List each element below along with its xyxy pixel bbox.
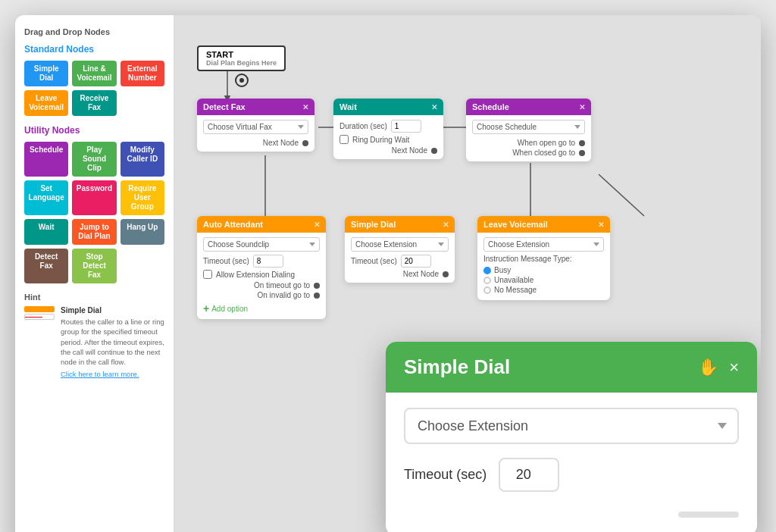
node-chip-line-voicemail[interactable]: Line & Voicemail bbox=[72, 61, 116, 86]
leave-voicemail-body: Choose Extension Instruction Message Typ… bbox=[477, 233, 610, 300]
schedule-header: Schedule ✕ bbox=[466, 99, 591, 115]
schedule-open-label: When open go to bbox=[518, 139, 575, 147]
schedule-body: Choose Schedule When open go to When clo… bbox=[466, 115, 591, 161]
auto-attendant-timeout-input[interactable] bbox=[253, 255, 283, 268]
detect-fax-next-label: Next Node bbox=[263, 139, 299, 147]
hint-title: Hint bbox=[24, 293, 164, 302]
schedule-closed-row: When closed go to bbox=[472, 149, 585, 157]
popup-body: Choose Extension Timeout (sec) bbox=[386, 393, 757, 532]
popup-timeout-row: Timeout (sec) bbox=[404, 458, 739, 492]
auto-attendant-node: Auto Attendant ✕ Choose Soundclip Timeou… bbox=[197, 216, 326, 319]
simple-dial-small-timeout-input[interactable] bbox=[401, 255, 431, 268]
node-chip-password[interactable]: Password bbox=[72, 180, 116, 215]
radio-no-message-icon bbox=[483, 286, 491, 294]
hint-bar-orange bbox=[24, 306, 55, 312]
hint-section: Hint Simple Dial Routes the caller to a … bbox=[24, 293, 164, 378]
popup-header: Simple Dial ✋ × bbox=[386, 342, 757, 393]
node-chip-receive-fax[interactable]: Receive Fax bbox=[72, 90, 116, 116]
auto-attendant-select[interactable]: Choose Soundclip bbox=[203, 237, 320, 252]
popup-title: Simple Dial bbox=[404, 355, 510, 379]
utility-nodes-grid: Schedule Play Sound Clip Modify Caller I… bbox=[24, 142, 164, 283]
simple-dial-small-body: Choose Extension Timeout (sec) Next Node bbox=[345, 233, 455, 283]
detect-fax-next-row: Next Node bbox=[203, 139, 308, 147]
detect-fax-select[interactable]: Choose Virtual Fax bbox=[203, 120, 308, 134]
canvas-area[interactable]: START Dial Plan Begins Here Detect Fax ✕… bbox=[174, 15, 761, 532]
drag-handle-icon[interactable]: ✋ bbox=[698, 358, 718, 377]
wait-node: Wait ✕ Duration (sec) Ring During Wait N… bbox=[333, 99, 443, 159]
popup-timeout-input[interactable] bbox=[499, 458, 559, 492]
auto-attendant-timeout-label: Timeout (sec) bbox=[203, 257, 249, 265]
popup-footer bbox=[404, 505, 739, 518]
leave-voicemail-node: Leave Voicemail ✕ Choose Extension Instr… bbox=[477, 216, 610, 300]
utility-nodes-title: Utility Nodes bbox=[24, 125, 164, 136]
node-chip-hang-up[interactable]: Hang Up bbox=[120, 219, 164, 245]
node-chip-simple-dial[interactable]: Simple Dial bbox=[24, 61, 68, 86]
auto-attendant-title: Auto Attendant bbox=[203, 220, 263, 229]
schedule-open-dot bbox=[579, 140, 585, 146]
wait-body: Duration (sec) Ring During Wait Next Nod… bbox=[333, 115, 443, 159]
add-option-label: Add option bbox=[211, 305, 248, 313]
wait-close-icon[interactable]: ✕ bbox=[431, 103, 437, 111]
simple-dial-small-title: Simple Dial bbox=[351, 220, 396, 229]
popup-extension-row: Choose Extension bbox=[404, 408, 739, 444]
simple-dial-small-select[interactable]: Choose Extension bbox=[351, 237, 449, 252]
hint-link[interactable]: Click here to learn more. bbox=[61, 370, 164, 378]
node-chip-external-number[interactable]: External Number bbox=[120, 61, 164, 86]
node-chip-leave-voicemail[interactable]: Leave Voicemail bbox=[24, 90, 68, 116]
main-container: Drag and Drop Nodes Standard Nodes Simpl… bbox=[15, 15, 761, 532]
schedule-close-icon[interactable]: ✕ bbox=[579, 103, 585, 111]
simple-dial-small-next-label: Next Node bbox=[403, 270, 439, 278]
hint-bar-red-line bbox=[24, 314, 55, 320]
auto-attendant-close-icon[interactable]: ✕ bbox=[314, 221, 320, 229]
node-chip-wait[interactable]: Wait bbox=[24, 219, 68, 245]
start-circle bbox=[235, 74, 249, 87]
hint-node-label: Simple Dial bbox=[61, 306, 164, 315]
simple-dial-small-header: Simple Dial ✕ bbox=[345, 216, 455, 233]
node-chip-jump-to-dial-plan[interactable]: Jump to Dial Plan bbox=[72, 219, 116, 245]
leave-voicemail-radio-busy[interactable]: Busy bbox=[483, 266, 604, 274]
leave-voicemail-close-icon[interactable]: ✕ bbox=[598, 221, 604, 229]
wait-duration-input[interactable] bbox=[391, 120, 421, 133]
detect-fax-node: Detect Fax ✕ Choose Virtual Fax Next Nod… bbox=[197, 99, 314, 152]
node-chip-schedule[interactable]: Schedule bbox=[24, 142, 68, 177]
auto-attendant-invalid-goto-label: On invalid go to bbox=[258, 291, 311, 299]
auto-attendant-timeout-goto-label: On timeout go to bbox=[254, 281, 310, 289]
schedule-closed-dot bbox=[579, 150, 585, 156]
svg-line-4 bbox=[599, 174, 644, 216]
node-chip-stop-detect-fax[interactable]: Stop Detect Fax bbox=[72, 249, 116, 283]
simple-dial-small-close-icon[interactable]: ✕ bbox=[443, 221, 449, 229]
hint-icon-stack bbox=[24, 306, 55, 320]
leave-voicemail-select[interactable]: Choose Extension bbox=[483, 237, 604, 252]
schedule-node: Schedule ✕ Choose Schedule When open go … bbox=[466, 99, 591, 161]
popup-choose-extension-select[interactable]: Choose Extension bbox=[404, 408, 739, 444]
auto-attendant-add-option[interactable]: + Add option bbox=[203, 302, 320, 315]
auto-attendant-invalid-dot bbox=[314, 293, 320, 299]
node-chip-require-user-group[interactable]: Require User Group bbox=[120, 180, 164, 215]
wait-ring-label: Ring During Wait bbox=[352, 136, 409, 144]
auto-attendant-allow-row: Allow Extension Dialing bbox=[203, 270, 320, 279]
start-node: START Dial Plan Begins Here bbox=[197, 45, 286, 87]
leave-voicemail-radio-no-message[interactable]: No Message bbox=[483, 286, 604, 294]
wait-ring-checkbox[interactable] bbox=[340, 135, 349, 144]
popup-close-button[interactable]: × bbox=[729, 358, 739, 377]
node-chip-modify-caller-id[interactable]: Modify Caller ID bbox=[120, 142, 164, 177]
start-box: START Dial Plan Begins Here bbox=[197, 45, 286, 71]
hint-text-block: Simple Dial Routes the caller to a line … bbox=[61, 306, 164, 378]
simple-dial-small-timeout-label: Timeout (sec) bbox=[351, 257, 397, 265]
node-chip-set-language[interactable]: Set Language bbox=[24, 180, 68, 215]
simple-dial-small-node: Simple Dial ✕ Choose Extension Timeout (… bbox=[345, 216, 455, 283]
auto-attendant-timeout-dot bbox=[314, 283, 320, 289]
simple-dial-small-next-row: Next Node bbox=[351, 270, 449, 278]
auto-attendant-allow-checkbox[interactable] bbox=[203, 270, 212, 279]
schedule-select[interactable]: Choose Schedule bbox=[472, 120, 585, 134]
node-chip-detect-fax[interactable]: Detect Fax bbox=[24, 249, 68, 283]
radio-busy-icon bbox=[483, 267, 491, 274]
standard-nodes-title: Standard Nodes bbox=[24, 44, 164, 55]
node-chip-play-sound-clip[interactable]: Play Sound Clip bbox=[72, 142, 116, 177]
leave-voicemail-title: Leave Voicemail bbox=[483, 220, 548, 229]
wait-duration-row: Duration (sec) bbox=[340, 120, 437, 133]
radio-unavailable-label: Unavailable bbox=[494, 276, 534, 284]
leave-voicemail-radio-unavailable[interactable]: Unavailable bbox=[483, 276, 604, 284]
simple-dial-small-timeout-row: Timeout (sec) bbox=[351, 255, 449, 268]
detect-fax-close-icon[interactable]: ✕ bbox=[302, 103, 308, 111]
